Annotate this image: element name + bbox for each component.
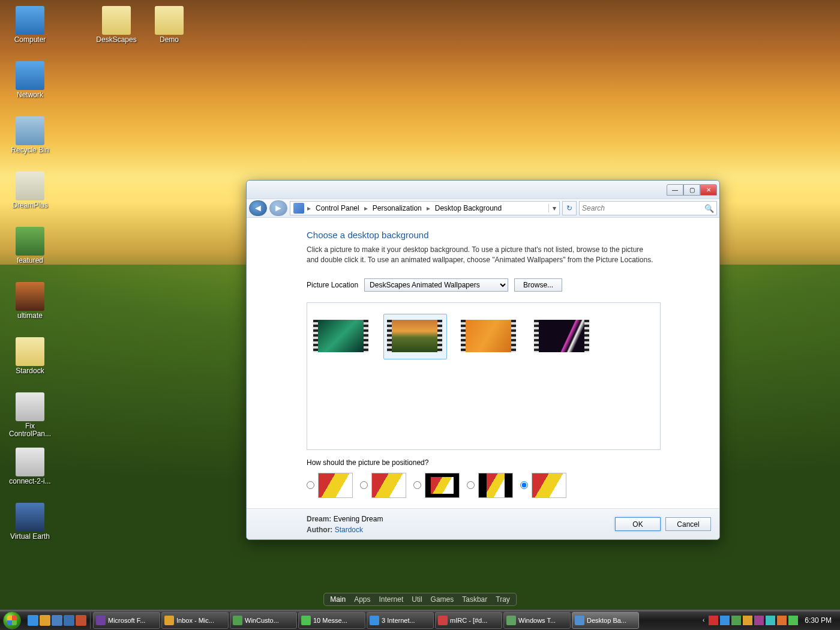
position-radio[interactable] <box>467 481 475 489</box>
desktop-background-window: — ▢ ✕ ◄ ► ▸ Control Panel ▸ Personalizat… <box>246 180 720 540</box>
position-radio[interactable] <box>307 481 314 489</box>
breadcrumb-desktop-background[interactable]: Desktop Background <box>431 204 505 212</box>
position-option <box>307 473 353 498</box>
tray-expand-icon[interactable]: ‹ <box>700 617 707 623</box>
app-icon <box>438 616 448 625</box>
quick-launch-icon[interactable] <box>64 615 74 626</box>
picture-location-select[interactable]: DeskScapes Animated Wallpapers <box>364 278 508 292</box>
app-icon <box>370 616 379 625</box>
windows-logo-icon <box>3 611 21 629</box>
desktop-icon[interactable]: featured <box>4 224 56 280</box>
desktop-icon[interactable]: Fix ControlPan... <box>4 390 56 445</box>
position-preview[interactable] <box>318 473 353 498</box>
search-box[interactable]: 🔍 <box>579 201 717 215</box>
taskbar-item[interactable]: Microsoft F... <box>93 612 160 629</box>
desktop-icon[interactable]: DeskScapes <box>90 4 143 59</box>
taskbar-item[interactable]: Windows T... <box>503 612 571 629</box>
chevron-right-icon[interactable]: ▸ <box>306 204 312 212</box>
taskbar-item[interactable]: 10 Messe... <box>298 612 365 629</box>
taskbar-item[interactable]: mIRC - [#d... <box>435 612 502 629</box>
wallpaper-thumbnail[interactable] <box>534 314 590 359</box>
tray-icon[interactable] <box>788 616 798 625</box>
tray-icon[interactable] <box>720 616 730 625</box>
wallpaper-thumbnail[interactable] <box>383 314 447 359</box>
taskbar-item-label: Microsoft F... <box>108 617 145 624</box>
desktop-icon[interactable]: Stardock <box>4 335 56 390</box>
ok-button[interactable]: OK <box>615 517 661 531</box>
breadcrumb[interactable]: ▸ Control Panel ▸ Personalization ▸ Desk… <box>290 201 560 215</box>
chevron-right-icon[interactable]: ▸ <box>363 204 369 212</box>
icon <box>16 337 44 366</box>
tray-icon[interactable] <box>731 616 741 625</box>
film-strip-icon <box>534 320 589 352</box>
icon-label: connect-2-i... <box>9 478 50 485</box>
title-bar[interactable]: — ▢ ✕ <box>247 181 719 199</box>
forward-button[interactable]: ► <box>269 200 287 216</box>
taskbar-item[interactable]: WinCusto... <box>230 612 297 629</box>
quick-launch-icon[interactable] <box>28 615 38 626</box>
tray-icon[interactable] <box>754 616 764 625</box>
position-preview[interactable] <box>478 473 513 498</box>
dock-item[interactable]: Taskbar <box>462 595 487 604</box>
breadcrumb-dropdown[interactable]: ▾ <box>548 204 559 212</box>
desktop-icon[interactable]: Computer <box>4 4 56 59</box>
start-button[interactable] <box>0 610 24 631</box>
dock-item[interactable]: Main <box>330 595 346 604</box>
tray-icon[interactable] <box>766 616 775 625</box>
film-strip-icon <box>313 320 368 352</box>
position-preview[interactable] <box>532 473 566 498</box>
maximize-button[interactable]: ▢ <box>683 184 700 196</box>
position-options <box>307 473 695 498</box>
system-tray: ‹ 6:30 PM <box>697 616 840 625</box>
dock-item[interactable]: Internet <box>379 595 404 604</box>
dock-item[interactable]: Games <box>431 595 454 604</box>
author-link[interactable]: Stardock <box>335 526 363 534</box>
back-button[interactable]: ◄ <box>249 200 267 216</box>
position-radio[interactable] <box>413 481 421 489</box>
breadcrumb-control-panel[interactable]: Control Panel <box>312 204 363 212</box>
taskbar-item-label: Windows T... <box>518 617 556 624</box>
close-button[interactable]: ✕ <box>700 184 717 196</box>
desktop-icon[interactable]: ultimate <box>4 280 56 335</box>
tray-icon[interactable] <box>709 616 718 625</box>
desktop-icon[interactable]: Network <box>4 59 56 114</box>
minimize-button[interactable]: — <box>667 184 683 196</box>
quick-launch-icon[interactable] <box>76 615 86 626</box>
search-icon[interactable]: 🔍 <box>704 204 714 213</box>
wallpaper-thumbnail[interactable] <box>461 314 517 359</box>
tray-icon[interactable] <box>743 616 752 625</box>
chevron-right-icon[interactable]: ▸ <box>425 204 431 212</box>
wallpaper-thumbnail[interactable] <box>313 314 370 359</box>
app-icon <box>164 616 174 625</box>
app-icon <box>233 616 242 625</box>
dock-bar[interactable]: MainAppsInternetUtilGamesTaskbarTray <box>323 593 517 606</box>
position-preview[interactable] <box>425 473 460 498</box>
refresh-button[interactable]: ↻ <box>562 201 577 215</box>
dock-item[interactable]: Tray <box>496 595 510 604</box>
quick-launch-icon[interactable] <box>52 615 62 626</box>
clock[interactable]: 6:30 PM <box>800 616 836 625</box>
wallpaper-grid <box>307 302 661 450</box>
position-preview[interactable] <box>371 473 406 498</box>
browse-button[interactable]: Browse... <box>514 278 562 292</box>
position-radio[interactable] <box>360 481 368 489</box>
icon-label: Virtual Earth <box>10 533 50 541</box>
taskbar-item[interactable]: Inbox - Mic... <box>161 612 229 629</box>
quick-launch-icon[interactable] <box>40 615 50 626</box>
taskbar-item[interactable]: 3 Internet... <box>367 612 434 629</box>
desktop-icon[interactable]: Virtual Earth <box>4 500 56 556</box>
icon-label: Demo <box>160 36 179 44</box>
breadcrumb-personalization[interactable]: Personalization <box>369 204 425 212</box>
icon <box>16 172 44 200</box>
desktop-icon[interactable]: Demo <box>143 4 196 59</box>
cancel-button[interactable]: Cancel <box>665 517 711 531</box>
taskbar-item[interactable]: Desktop Ba... <box>572 612 639 629</box>
dock-item[interactable]: Apps <box>354 595 370 604</box>
position-radio[interactable] <box>520 481 528 489</box>
dock-item[interactable]: Util <box>412 595 422 604</box>
search-input[interactable] <box>582 204 704 212</box>
desktop-icon[interactable]: Recycle Bin <box>4 114 56 169</box>
desktop-icon[interactable]: connect-2-i... <box>4 445 56 500</box>
tray-icon[interactable] <box>777 616 787 625</box>
desktop-icon[interactable]: DreamPlus <box>4 169 56 224</box>
